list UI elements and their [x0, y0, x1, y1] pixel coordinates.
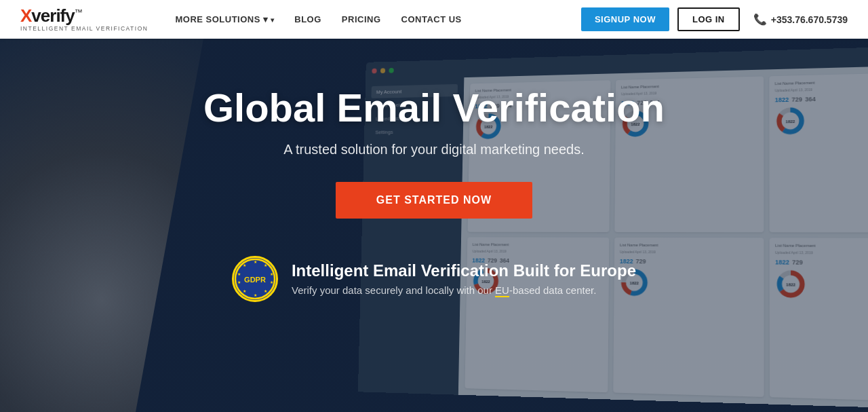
card-4-sub: Uploaded April 13, 2019	[472, 249, 604, 254]
card-6-numbers: 1822 729	[775, 259, 868, 267]
nav-right: SIGNUP NOW LOG IN 📞 +353.76.670.5739	[581, 7, 848, 31]
dash-card-6: List Name Placement Uploaded April 13, 2…	[770, 238, 868, 402]
hero-subtitle: A trusted solution for your digital mark…	[203, 142, 665, 157]
dash-dot-yellow	[380, 68, 385, 73]
svg-text:★: ★	[237, 280, 240, 284]
hero-content: Global Email Verification A trusted solu…	[190, 86, 678, 219]
donut-chart-6: 1822	[775, 269, 806, 300]
card-4-title: List Name Placement	[473, 242, 604, 247]
card-5-title: List Name Placement	[620, 243, 758, 248]
dash-dot-green	[389, 68, 393, 73]
svg-text:★: ★	[237, 272, 240, 276]
num-729c: 729	[791, 96, 802, 102]
signup-button[interactable]: SIGNUP NOW	[581, 7, 669, 31]
card-6-sub: Uploaded April 13, 2019	[775, 250, 868, 255]
svg-text:★: ★	[253, 260, 256, 264]
nav-item-more-solutions[interactable]: MORE SOLUTIONS ▾	[175, 14, 274, 24]
card-5-numbers: 1822 729	[620, 258, 758, 265]
svg-text:★: ★	[253, 293, 256, 297]
logo-verify: verify	[31, 5, 74, 26]
svg-text:★: ★	[243, 263, 246, 267]
svg-text:★: ★	[269, 280, 273, 284]
logo[interactable]: Xverify™ INTELLIGENT EMAIL VERIFICATION	[20, 7, 148, 32]
gdpr-badge: ★ ★ ★ ★ ★ ★ ★ ★ ★ ★ GDPR	[232, 256, 278, 302]
cta-button[interactable]: GET STARTED NOW	[336, 182, 532, 219]
svg-text:GDPR: GDPR	[244, 276, 266, 284]
phone-icon: 📞	[753, 13, 767, 26]
logo-text: Xverify™	[20, 7, 82, 24]
eu-stars-ring: ★ ★ ★ ★ ★ ★ ★ ★ ★ ★ GDPR	[234, 258, 276, 300]
login-button[interactable]: LOG IN	[677, 7, 740, 31]
nav-links: MORE SOLUTIONS ▾ BLOG PRICING CONTACT US	[175, 14, 581, 24]
navbar: Xverify™ INTELLIGENT EMAIL VERIFICATION …	[0, 0, 868, 39]
donut-chart-3: 1822	[775, 105, 806, 136]
num-1822c: 1822	[775, 96, 789, 104]
gdpr-subtitle: Verify your data securely and locally wi…	[292, 284, 636, 296]
svg-text:★: ★	[269, 272, 273, 276]
phone-area: 📞 +353.76.670.5739	[753, 13, 848, 26]
card-3-sub: Uploaded April 13, 2019	[775, 85, 868, 92]
card-3-numbers: 1822 729 364	[775, 94, 868, 104]
gdpr-title: Intelligent Email Verification Built for…	[292, 261, 636, 280]
logo-tagline: INTELLIGENT EMAIL VERIFICATION	[20, 25, 148, 32]
num-364c: 364	[805, 96, 816, 102]
nav-item-contact[interactable]: CONTACT US	[401, 14, 462, 24]
phone-number: +353.76.670.5739	[771, 14, 848, 25]
svg-text:★: ★	[264, 289, 267, 293]
nav-item-blog[interactable]: BLOG	[294, 14, 321, 24]
hero-title: Global Email Verification	[203, 86, 665, 130]
svg-text:1822: 1822	[786, 282, 795, 287]
card-6-title: List Name Placement	[775, 244, 868, 248]
hero-title-rest: Email Verification	[326, 86, 665, 130]
svg-text:★: ★	[243, 289, 246, 293]
nav-item-pricing[interactable]: PRICING	[342, 14, 381, 24]
dash-dot-red	[372, 69, 376, 74]
card-5-sub: Uploaded April 13, 2019	[620, 250, 758, 255]
hero-title-bold: Global	[203, 86, 326, 130]
dash-card-3: List Name Placement Uploaded April 13, 2…	[769, 73, 868, 233]
svg-text:1822: 1822	[786, 119, 795, 124]
gdpr-section: ★ ★ ★ ★ ★ ★ ★ ★ ★ ★ GDPR Intelligent Ema…	[232, 256, 636, 302]
svg-text:★: ★	[264, 263, 267, 267]
gdpr-eu-highlight: EU	[495, 284, 509, 297]
gdpr-text-area: Intelligent Email Verification Built for…	[292, 261, 636, 296]
logo-x: X	[20, 5, 31, 26]
hero-section: My Account Send Shield Linked Lists Sett…	[0, 39, 868, 412]
card-3-title: List Name Placement	[775, 78, 868, 86]
